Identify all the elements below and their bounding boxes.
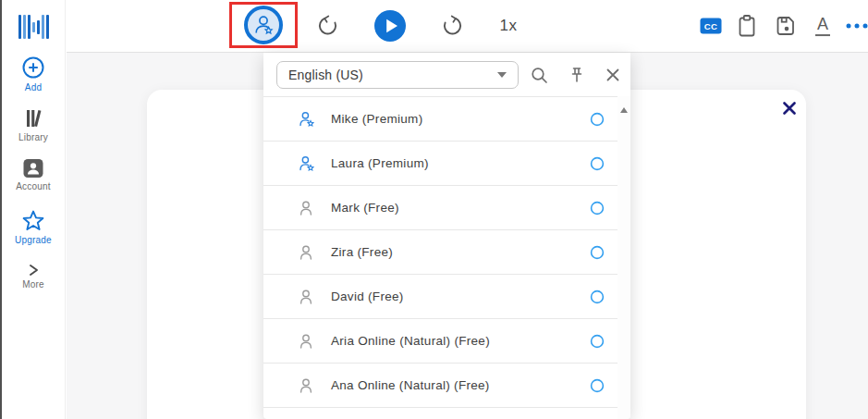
fast-forward-button[interactable] [441,14,465,38]
sidebar-item-upgrade[interactable]: Upgrade [2,209,65,245]
voice-name: Laura (Premium) [331,156,590,170]
person-icon [297,376,315,395]
voice-radio-button[interactable] [590,156,605,171]
voice-name: Aria Online (Natural) (Free) [331,334,590,348]
sidebar-item-add[interactable]: Add [2,55,65,92]
close-icon [782,101,797,116]
playback-toolbar: 1x CC A [67,0,868,53]
voice-list-scrollbar[interactable] [617,96,630,419]
font-settings-button[interactable]: A [815,16,830,36]
save-audio-button[interactable] [775,15,798,38]
sidebar: Add Library Account [2,0,66,419]
voice-list-item[interactable]: Ana Online (Natural) (Free) [263,364,617,408]
sidebar-item-label: Add [2,82,65,92]
play-button[interactable] [373,9,407,43]
voice-list-item[interactable]: David (Free) [263,275,617,319]
voice-name: Mark (Free) [331,201,590,215]
search-icon [530,66,548,84]
voice-settings-button[interactable] [244,6,283,44]
voice-panel-header: English (US) [263,53,630,96]
language-select-value: English (US) [288,68,363,82]
voice-list-item[interactable]: Laura (Premium) [263,142,617,186]
clipboard-icon [736,14,758,38]
account-icon [2,158,65,179]
premium-person-icon [297,110,315,129]
app-logo[interactable] [2,12,65,42]
voice-radio-button[interactable] [590,290,605,304]
voice-list-item[interactable]: Aria Online (Natural) (Free) [263,319,617,364]
clipboard-button[interactable] [736,14,758,38]
add-icon [2,55,65,80]
voice-list-item[interactable]: Zira (Free) [263,230,617,275]
speed-label: 1x [500,17,518,35]
closed-captions-icon: CC [701,18,722,34]
sidebar-item-account[interactable]: Account [2,158,65,191]
voice-radio-button[interactable] [590,245,605,260]
save-audio-icon [775,15,798,38]
document-close-button[interactable] [781,100,798,117]
red-annotation-box [229,2,298,48]
language-select[interactable]: English (US) [276,61,519,89]
main-area: English (US) [67,53,868,419]
sidebar-item-label: Library [2,132,65,142]
search-button[interactable] [530,66,548,84]
speed-control[interactable]: 1x [500,17,518,35]
person-icon [297,243,315,262]
sidebar-item-label: More [2,279,65,290]
sidebar-item-label: Upgrade [2,235,65,245]
person-icon [297,288,315,306]
sidebar-item-library[interactable]: Library [2,107,65,142]
premium-person-icon [297,154,315,173]
voice-radio-button[interactable] [590,112,605,127]
pin-button[interactable] [568,66,586,84]
more-options-button[interactable] [847,24,868,29]
closed-captions-button[interactable]: CC [701,18,722,34]
voice-radio-button[interactable] [590,201,605,216]
library-icon [2,107,65,129]
pin-icon [568,66,586,84]
person-icon [297,332,315,351]
more-options-icon [847,24,868,29]
voice-radio-button[interactable] [590,378,605,393]
sidebar-item-label: Account [2,181,65,191]
fast-forward-icon [441,14,465,38]
play-icon [373,9,407,43]
upgrade-star-icon [2,209,65,232]
sidebar-item-more[interactable]: More [2,264,65,290]
person-icon [297,199,315,217]
voice-name: David (Free) [331,290,590,303]
voice-list: Mike (Premium) Laura (Premium) [263,96,617,408]
voice-selection-panel: English (US) [263,53,630,419]
voice-list-item[interactable]: Mike (Premium) [263,97,617,142]
voice-settings-icon [251,13,275,37]
voice-name: Mike (Premium) [331,112,590,126]
rewind-icon [315,14,339,38]
panel-close-button[interactable] [605,68,620,82]
font-settings-icon: A [815,16,830,36]
voice-list-item[interactable]: Mark (Free) [263,186,617,230]
app-window: Add Library Account [0,0,868,419]
chevron-down-icon [497,72,507,78]
rewind-button[interactable] [315,14,339,38]
voice-name: Zira (Free) [331,245,590,259]
voice-radio-button[interactable] [590,334,605,349]
more-chevron-icon [2,264,65,277]
scroll-up-arrow-icon[interactable] [620,107,628,113]
close-icon [605,68,620,82]
voice-name: Ana Online (Natural) (Free) [331,378,590,392]
